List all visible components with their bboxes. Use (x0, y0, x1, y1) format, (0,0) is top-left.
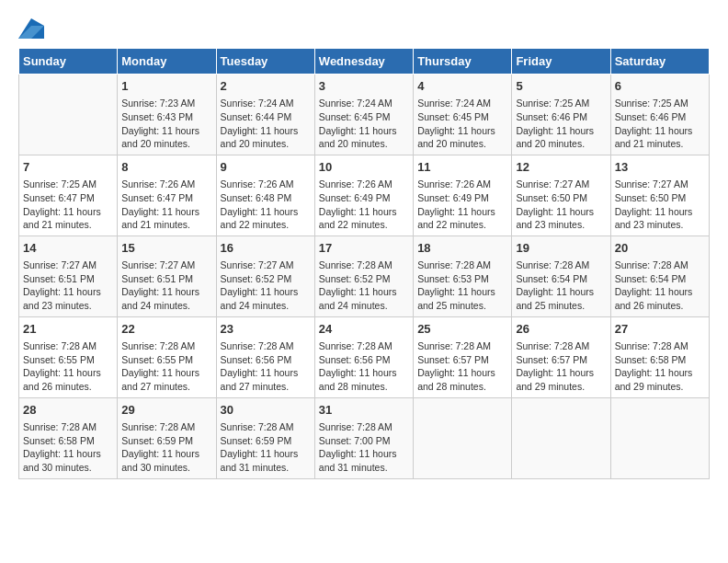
day-info: Sunrise: 7:28 AM Sunset: 6:56 PM Dayligh… (221, 339, 311, 394)
day-number: 24 (319, 321, 409, 338)
column-header-tuesday: Tuesday (216, 49, 314, 75)
day-info: Sunrise: 7:28 AM Sunset: 6:56 PM Dayligh… (319, 339, 409, 394)
calendar-cell: 19Sunrise: 7:28 AM Sunset: 6:54 PM Dayli… (512, 236, 610, 316)
calendar-header: SundayMondayTuesdayWednesdayThursdayFrid… (19, 49, 710, 75)
day-number: 15 (121, 240, 211, 257)
week-row-3: 14Sunrise: 7:27 AM Sunset: 6:51 PM Dayli… (19, 236, 710, 316)
calendar-cell: 9Sunrise: 7:26 AM Sunset: 6:48 PM Daylig… (216, 155, 314, 236)
day-number: 12 (516, 159, 606, 176)
day-info: Sunrise: 7:26 AM Sunset: 6:48 PM Dayligh… (221, 178, 311, 232)
day-number: 31 (319, 402, 409, 419)
day-number: 16 (221, 240, 311, 257)
calendar-cell: 12Sunrise: 7:27 AM Sunset: 6:50 PM Dayli… (512, 155, 610, 236)
day-info: Sunrise: 7:27 AM Sunset: 6:50 PM Dayligh… (615, 178, 705, 232)
day-number: 10 (319, 159, 409, 176)
day-number: 4 (417, 78, 507, 95)
calendar-cell: 21Sunrise: 7:28 AM Sunset: 6:55 PM Dayli… (19, 316, 118, 397)
day-info: Sunrise: 7:28 AM Sunset: 6:54 PM Dayligh… (516, 259, 606, 313)
column-header-thursday: Thursday (414, 49, 512, 75)
calendar-cell: 1Sunrise: 7:23 AM Sunset: 6:43 PM Daylig… (118, 75, 216, 155)
day-info: Sunrise: 7:27 AM Sunset: 6:51 PM Dayligh… (23, 259, 113, 313)
calendar-cell: 15Sunrise: 7:27 AM Sunset: 6:51 PM Dayli… (118, 236, 216, 316)
day-info: Sunrise: 7:28 AM Sunset: 6:55 PM Dayligh… (23, 339, 113, 394)
calendar-cell: 14Sunrise: 7:27 AM Sunset: 6:51 PM Dayli… (19, 236, 118, 316)
calendar-cell (512, 397, 610, 478)
day-info: Sunrise: 7:28 AM Sunset: 6:55 PM Dayligh… (121, 339, 211, 394)
calendar-cell: 5Sunrise: 7:25 AM Sunset: 6:46 PM Daylig… (512, 75, 610, 155)
calendar-cell (610, 397, 709, 478)
day-info: Sunrise: 7:28 AM Sunset: 6:58 PM Dayligh… (23, 420, 113, 475)
day-number: 17 (319, 240, 409, 257)
calendar-cell: 27Sunrise: 7:28 AM Sunset: 6:58 PM Dayli… (610, 316, 709, 397)
column-header-monday: Monday (118, 49, 216, 75)
calendar-cell: 25Sunrise: 7:28 AM Sunset: 6:57 PM Dayli… (414, 316, 512, 397)
day-number: 20 (615, 240, 705, 257)
day-number: 29 (121, 402, 211, 419)
day-number: 30 (221, 402, 311, 419)
calendar-cell: 4Sunrise: 7:24 AM Sunset: 6:45 PM Daylig… (414, 75, 512, 155)
week-row-2: 7Sunrise: 7:25 AM Sunset: 6:47 PM Daylig… (19, 155, 710, 236)
day-info: Sunrise: 7:28 AM Sunset: 6:57 PM Dayligh… (516, 339, 606, 394)
column-header-sunday: Sunday (19, 49, 118, 75)
day-number: 13 (615, 159, 705, 176)
day-number: 7 (23, 159, 113, 176)
day-info: Sunrise: 7:24 AM Sunset: 6:45 PM Dayligh… (319, 97, 409, 151)
day-info: Sunrise: 7:28 AM Sunset: 6:54 PM Dayligh… (615, 259, 705, 313)
day-number: 28 (23, 402, 113, 419)
header-row: SundayMondayTuesdayWednesdayThursdayFrid… (19, 49, 710, 75)
day-info: Sunrise: 7:28 AM Sunset: 6:58 PM Dayligh… (615, 339, 705, 394)
column-header-friday: Friday (512, 49, 610, 75)
day-number: 6 (615, 78, 705, 95)
day-info: Sunrise: 7:27 AM Sunset: 6:51 PM Dayligh… (121, 259, 211, 313)
day-info: Sunrise: 7:26 AM Sunset: 6:47 PM Dayligh… (121, 178, 211, 232)
calendar-cell: 26Sunrise: 7:28 AM Sunset: 6:57 PM Dayli… (512, 316, 610, 397)
calendar-cell: 17Sunrise: 7:28 AM Sunset: 6:52 PM Dayli… (314, 236, 413, 316)
day-number: 1 (121, 78, 211, 95)
calendar-cell: 23Sunrise: 7:28 AM Sunset: 6:56 PM Dayli… (216, 316, 314, 397)
day-number: 26 (516, 321, 606, 338)
day-number: 11 (417, 159, 507, 176)
column-header-wednesday: Wednesday (314, 49, 413, 75)
day-number: 14 (23, 240, 113, 257)
header (18, 18, 710, 39)
calendar-cell: 6Sunrise: 7:25 AM Sunset: 6:46 PM Daylig… (610, 75, 709, 155)
logo-icon (18, 18, 44, 39)
day-info: Sunrise: 7:28 AM Sunset: 6:57 PM Dayligh… (417, 339, 507, 394)
calendar-cell: 3Sunrise: 7:24 AM Sunset: 6:45 PM Daylig… (314, 75, 413, 155)
day-info: Sunrise: 7:28 AM Sunset: 6:59 PM Dayligh… (121, 420, 211, 475)
logo (18, 18, 48, 39)
day-info: Sunrise: 7:25 AM Sunset: 6:47 PM Dayligh… (23, 178, 113, 232)
day-number: 27 (615, 321, 705, 338)
calendar-table: SundayMondayTuesdayWednesdayThursdayFrid… (18, 48, 710, 479)
day-info: Sunrise: 7:27 AM Sunset: 6:52 PM Dayligh… (221, 259, 311, 313)
day-number: 5 (516, 78, 606, 95)
calendar-cell: 16Sunrise: 7:27 AM Sunset: 6:52 PM Dayli… (216, 236, 314, 316)
day-info: Sunrise: 7:26 AM Sunset: 6:49 PM Dayligh… (319, 178, 409, 232)
day-number: 2 (221, 78, 311, 95)
calendar-cell (19, 75, 118, 155)
calendar-cell: 18Sunrise: 7:28 AM Sunset: 6:53 PM Dayli… (414, 236, 512, 316)
day-number: 9 (221, 159, 311, 176)
calendar-cell: 24Sunrise: 7:28 AM Sunset: 6:56 PM Dayli… (314, 316, 413, 397)
day-number: 8 (121, 159, 211, 176)
day-info: Sunrise: 7:26 AM Sunset: 6:49 PM Dayligh… (417, 178, 507, 232)
day-info: Sunrise: 7:25 AM Sunset: 6:46 PM Dayligh… (615, 97, 705, 151)
day-info: Sunrise: 7:24 AM Sunset: 6:44 PM Dayligh… (221, 97, 311, 151)
day-info: Sunrise: 7:28 AM Sunset: 7:00 PM Dayligh… (319, 420, 409, 475)
day-info: Sunrise: 7:27 AM Sunset: 6:50 PM Dayligh… (516, 178, 606, 232)
day-number: 23 (221, 321, 311, 338)
day-number: 18 (417, 240, 507, 257)
calendar-cell (414, 397, 512, 478)
calendar-cell: 22Sunrise: 7:28 AM Sunset: 6:55 PM Dayli… (118, 316, 216, 397)
day-info: Sunrise: 7:28 AM Sunset: 6:59 PM Dayligh… (221, 420, 311, 475)
calendar-cell: 31Sunrise: 7:28 AM Sunset: 7:00 PM Dayli… (314, 397, 413, 478)
day-info: Sunrise: 7:25 AM Sunset: 6:46 PM Dayligh… (516, 97, 606, 151)
calendar-cell: 30Sunrise: 7:28 AM Sunset: 6:59 PM Dayli… (216, 397, 314, 478)
calendar-cell: 10Sunrise: 7:26 AM Sunset: 6:49 PM Dayli… (314, 155, 413, 236)
calendar-cell: 29Sunrise: 7:28 AM Sunset: 6:59 PM Dayli… (118, 397, 216, 478)
calendar-cell: 13Sunrise: 7:27 AM Sunset: 6:50 PM Dayli… (610, 155, 709, 236)
day-info: Sunrise: 7:23 AM Sunset: 6:43 PM Dayligh… (121, 97, 211, 151)
calendar-cell: 8Sunrise: 7:26 AM Sunset: 6:47 PM Daylig… (118, 155, 216, 236)
calendar-cell: 11Sunrise: 7:26 AM Sunset: 6:49 PM Dayli… (414, 155, 512, 236)
week-row-1: 1Sunrise: 7:23 AM Sunset: 6:43 PM Daylig… (19, 75, 710, 155)
